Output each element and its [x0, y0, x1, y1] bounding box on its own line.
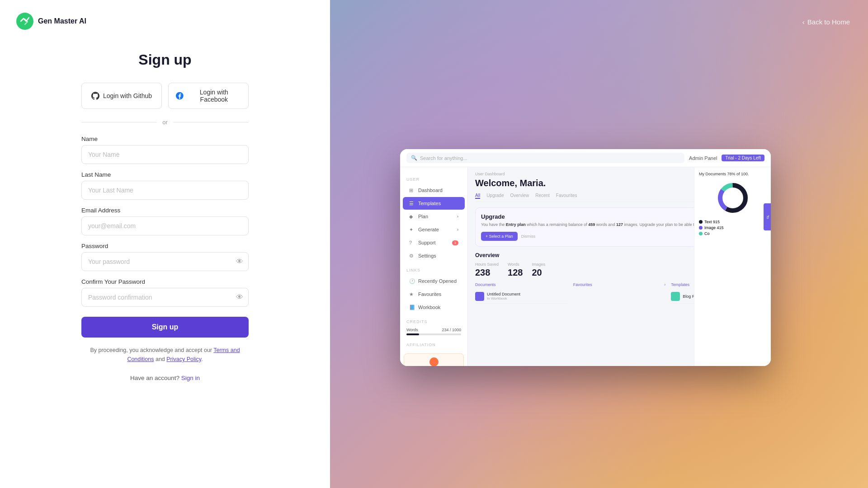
name-field-group: Name: [81, 136, 249, 164]
my-docs-title: My Documents 78% of 100.: [699, 172, 766, 176]
generate-arrow-icon: ›: [457, 227, 458, 232]
password-label: Password: [81, 243, 249, 249]
email-input[interactable]: [81, 216, 249, 235]
back-home-link[interactable]: ‹ Back to Home: [802, 18, 850, 26]
sidebar-item-workbook[interactable]: 📘 Workbook: [403, 301, 465, 314]
sidebar-item-templates[interactable]: ☰ Templates: [403, 197, 465, 210]
co-legend-dot: [699, 232, 703, 235]
password-field-group: Password 👁: [81, 243, 249, 271]
dismiss-button[interactable]: Dismiss: [521, 234, 536, 239]
affiliation-icon: [429, 357, 439, 366]
terms-text: By proceeding, you acknowledge and accep…: [81, 346, 249, 364]
legend-image: Image 415: [699, 225, 766, 230]
stat-images: Images 20: [532, 262, 545, 278]
sidebar-item-favourites[interactable]: ★ Favourites: [403, 288, 465, 300]
purple-tab: To: [764, 203, 771, 230]
sidebar-item-generate[interactable]: ✦ Generate ›: [403, 223, 465, 236]
github-btn-label: Login with Github: [103, 92, 152, 99]
template-doc-icon: [671, 292, 680, 301]
doc-info: Untitled Document In Workbook: [487, 292, 568, 300]
tab-recent[interactable]: Recent: [535, 193, 550, 199]
admin-panel-label: Admin Panel: [689, 155, 717, 161]
sidebar-support-label: Support: [418, 240, 436, 245]
favourites-col-title: Favourites ›: [573, 282, 666, 287]
last-name-input[interactable]: [81, 181, 249, 200]
legend-text: Text 915: [699, 220, 766, 224]
legend-co: Co: [699, 231, 766, 236]
support-badge: 3: [452, 240, 458, 245]
select-plan-button[interactable]: + Select a Plan: [481, 232, 518, 241]
last-name-label: Last Name: [81, 171, 249, 178]
logo-area: Gen Master AI: [0, 0, 330, 42]
divider-text: or: [162, 119, 168, 126]
confirm-password-input[interactable]: [81, 288, 249, 307]
password-input[interactable]: [81, 252, 249, 271]
password-toggle-icon[interactable]: 👁: [236, 258, 243, 266]
affiliation-card: Invite your friend and get $5. Invite: [404, 353, 464, 366]
favourites-icon: ★: [409, 291, 415, 297]
credits-progress-fill: [406, 333, 419, 335]
password-wrapper: 👁: [81, 252, 249, 271]
form-container: Sign up Login with Github Login with Fac…: [0, 42, 330, 470]
signup-button[interactable]: Sign up: [81, 317, 249, 338]
affiliation-label: AFFILIATION: [400, 337, 467, 349]
svg-point-0: [16, 13, 33, 30]
doc-icon: [475, 292, 484, 301]
tab-overview[interactable]: Overview: [510, 193, 529, 199]
facebook-login-button[interactable]: Login with Facebook: [168, 83, 249, 109]
dashboard-mockup: 🔍 Search for anything... Admin Panel Tri…: [400, 149, 771, 366]
left-panel: Gen Master AI Sign up Login with Github …: [0, 0, 330, 488]
image-legend-label: Image 415: [704, 225, 724, 230]
signin-prompt: Have an account? Sign in: [130, 375, 200, 381]
stat-words: Words 128: [508, 262, 523, 278]
topbar-search: 🔍 Search for anything...: [406, 153, 684, 163]
tab-all[interactable]: All: [475, 193, 480, 199]
sidebar-workbook-label: Workbook: [418, 305, 440, 310]
privacy-link[interactable]: Privacy Policy: [166, 356, 201, 362]
divider: or: [81, 119, 249, 126]
right-panel: ‹ Back to Home 🔍 Search for anything... …: [330, 0, 868, 488]
sidebar-links-label: LINKS: [400, 263, 467, 274]
sidebar-user-label: USER: [400, 172, 467, 183]
confirm-toggle-icon[interactable]: 👁: [236, 293, 243, 301]
credits-progress-bar: [406, 333, 461, 335]
favourites-col: Favourites ›: [573, 282, 666, 304]
confirm-password-field-group: Confirm Your Password 👁: [81, 278, 249, 307]
image-legend-dot: [699, 226, 703, 230]
mockup-sidebar: USER ⊞ Dashboard ☰ Templates ◆ Plan › ✦ …: [400, 149, 468, 366]
social-buttons: Login with Github Login with Facebook: [81, 83, 249, 109]
sidebar-item-settings[interactable]: ⚙ Settings: [403, 249, 465, 262]
sidebar-item-dashboard[interactable]: ⊞ Dashboard: [403, 184, 465, 197]
credits-words-value: 234 / 1000: [442, 328, 461, 332]
settings-icon: ⚙: [409, 253, 415, 258]
back-chevron-icon: ‹: [802, 18, 805, 26]
signin-link[interactable]: Sign in: [181, 375, 200, 381]
text-legend-dot: [699, 220, 703, 224]
documents-col-title: Documents: [475, 282, 568, 287]
credits-section-label: CREDITS: [400, 314, 467, 326]
name-label: Name: [81, 136, 249, 142]
doc-item-untitled[interactable]: Untitled Document In Workbook: [475, 290, 568, 304]
topbar-right: Admin Panel Trial - 2 Days Left: [689, 155, 764, 161]
text-legend-label: Text 915: [704, 220, 720, 224]
tab-upgrade[interactable]: Upgrade: [486, 193, 504, 199]
support-icon: ?: [409, 240, 415, 245]
github-icon: [91, 92, 99, 100]
search-icon: 🔍: [411, 155, 417, 161]
credits-words-label: Words: [406, 328, 418, 332]
sidebar-generate-label: Generate: [418, 227, 439, 232]
github-login-button[interactable]: Login with Github: [81, 83, 162, 109]
name-input[interactable]: [81, 145, 249, 164]
email-field-group: Email Address: [81, 207, 249, 235]
recent-icon: 🕐: [409, 278, 415, 284]
sidebar-favourites-label: Favourites: [418, 291, 441, 297]
facebook-icon: [176, 92, 184, 100]
sidebar-item-support[interactable]: ? Support 3: [403, 236, 465, 249]
tab-favourites[interactable]: Favourites: [556, 193, 577, 199]
sidebar-item-recent[interactable]: 🕐 Recently Opened: [403, 275, 465, 287]
sidebar-item-plan[interactable]: ◆ Plan ›: [403, 210, 465, 223]
email-label: Email Address: [81, 207, 249, 214]
co-legend-label: Co: [704, 231, 710, 236]
sidebar-dashboard-label: Dashboard: [418, 188, 443, 193]
confirm-password-wrapper: 👁: [81, 288, 249, 307]
